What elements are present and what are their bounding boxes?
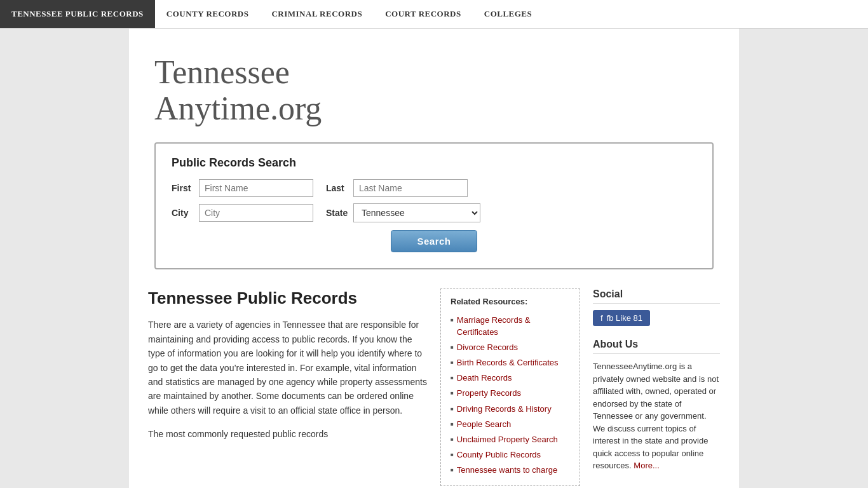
nav-item-court[interactable]: COURT RECORDS [374,0,473,28]
first-label: First [172,183,194,193]
driving-records-link[interactable]: Driving Records & History [457,403,552,415]
page-heading: Tennessee Public Records [148,288,428,308]
state-label: State [326,208,348,218]
unclaimed-property-link[interactable]: Unclaimed Property Search [457,434,558,445]
more-link[interactable]: More... [634,461,659,470]
death-records-link[interactable]: Death Records [457,372,512,384]
list-item: Divorce Records [451,340,570,355]
facebook-like-button[interactable]: f fb Like 81 [593,310,650,326]
main-nav: TENNESSEE PUBLIC RECORDS COUNTY RECORDS … [0,0,868,29]
tennessee-charge-link[interactable]: Tennessee wants to charge [457,464,557,476]
search-button[interactable]: Search [391,230,477,252]
list-item: People Search [451,417,570,432]
last-label: Last [326,183,348,193]
list-item: Unclaimed Property Search [451,432,570,447]
city-label: City [172,208,194,218]
related-links-list: Marriage Records & Certificates Divorce … [451,313,570,478]
list-item: Birth Records & Certificates [451,355,570,370]
about-section: About Us TennesseeAnytime.org is a priva… [593,339,720,472]
related-resources-box: Related Resources: Marriage Records & Ce… [440,288,580,486]
list-item: Property Records [451,386,570,401]
list-item: County Public Records [451,447,570,463]
divorce-records-link[interactable]: Divorce Records [457,342,518,353]
nav-item-tennessee[interactable]: TENNESSEE PUBLIC RECORDS [0,0,155,28]
list-item: Driving Records & History [451,402,570,417]
about-heading: About Us [593,339,720,354]
related-resources-sidebar: Related Resources: Marriage Records & Ce… [440,288,580,488]
fb-label: fb Like 81 [607,313,642,323]
nav-item-county[interactable]: COUNTY RECORDS [155,0,261,28]
main-paragraph-2: The most commonly requested public recor… [148,427,428,441]
people-search-link[interactable]: People Search [457,419,511,430]
search-box: Public Records Search First Last City St… [154,142,714,269]
last-name-input[interactable] [353,179,468,197]
site-logo: Tennessee Anytime.org [154,54,720,126]
main-content: Tennessee Public Records There are a var… [148,288,428,488]
search-title: Public Records Search [172,156,696,170]
birth-records-link[interactable]: Birth Records & Certificates [457,357,559,369]
marriage-records-link[interactable]: Marriage Records & Certificates [457,315,570,337]
list-item: Death Records [451,370,570,386]
nav-item-colleges[interactable]: COLLEGES [473,0,544,28]
right-sidebar: Social f fb Like 81 About Us TennesseeAn… [593,288,720,488]
logo-line1: Tennessee [154,54,290,90]
list-item: Tennessee wants to charge [451,463,570,478]
county-public-records-link[interactable]: County Public Records [457,449,541,461]
social-section: Social f fb Like 81 [593,288,720,326]
main-paragraph-1: There are a variety of agencies in Tenne… [148,318,428,417]
social-heading: Social [593,288,720,304]
fb-icon: f [600,313,603,323]
property-records-link[interactable]: Property Records [457,388,521,399]
list-item: Marriage Records & Certificates [451,313,570,339]
related-heading: Related Resources: [451,297,570,306]
city-input[interactable] [199,204,313,222]
logo-line2: Anytime.org [154,90,322,126]
about-text: TennesseeAnytime.org is a privately owne… [593,360,720,472]
first-name-input[interactable] [199,179,313,197]
state-select[interactable]: Tennessee Alabama Georgia Kentucky Missi… [353,203,480,222]
nav-item-criminal[interactable]: CRIMINAL RECORDS [260,0,374,28]
